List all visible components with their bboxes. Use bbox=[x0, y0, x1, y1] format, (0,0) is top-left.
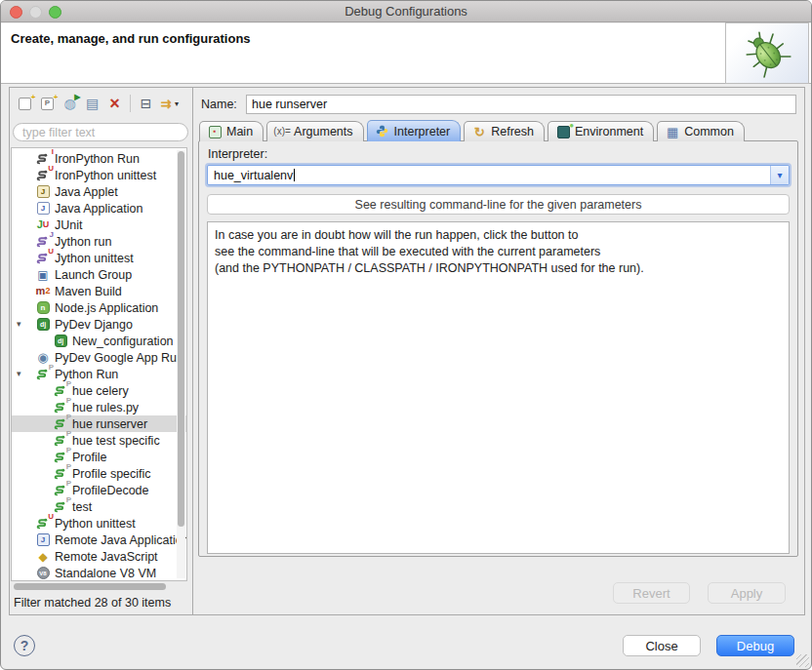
export-configurations-button[interactable]: ◍▶ bbox=[59, 93, 81, 114]
nodejs-icon: n bbox=[35, 300, 51, 315]
duplicate-button[interactable]: ▤ bbox=[81, 93, 103, 114]
tree-item-pydev-django[interactable]: ▾djPyDev Django bbox=[12, 316, 186, 333]
java-applet-icon: J bbox=[35, 184, 51, 199]
new-prototype-button-icon: P+ bbox=[40, 97, 56, 111]
ironpython-unittest-icon: U bbox=[35, 168, 51, 182]
info-text-area[interactable]: In case you are in doubt how will the ru… bbox=[207, 221, 790, 554]
see-command-line-button[interactable]: See resulting command-line for the given… bbox=[207, 194, 790, 215]
scrollbar-thumb[interactable] bbox=[178, 151, 184, 527]
name-input[interactable] bbox=[246, 95, 796, 114]
tab-environment[interactable]: ●Environment bbox=[548, 121, 654, 141]
tree-item-python-unittest[interactable]: UPython unittest bbox=[12, 515, 186, 532]
apply-button[interactable]: Apply bbox=[708, 582, 786, 604]
tree-item-new-configuration[interactable]: djNew_configuration bbox=[12, 333, 186, 349]
filter-button[interactable]: ⇉▾ bbox=[157, 93, 180, 114]
python-run-icon: P bbox=[53, 499, 68, 514]
tree-item-jython-unittest[interactable]: UJython unittest bbox=[12, 250, 186, 266]
help-button[interactable]: ? bbox=[14, 635, 35, 656]
environment-tab-icon: ● bbox=[555, 125, 571, 139]
tab-main[interactable]: ▪Main bbox=[199, 121, 264, 141]
expander-icon[interactable]: ▾ bbox=[17, 366, 21, 382]
tab-interpreter[interactable]: Interpreter bbox=[367, 120, 462, 141]
tree-item-profile[interactable]: PProfile bbox=[12, 449, 186, 465]
tree-item-label: Profile bbox=[72, 451, 106, 464]
close-button[interactable]: Close bbox=[623, 635, 701, 656]
filter-button-icon: ⇉ bbox=[158, 97, 174, 111]
tree-item-hue-celery[interactable]: Phue celery bbox=[12, 382, 186, 399]
tree-item-standalone-v8-vm[interactable]: V8Standalone V8 VM bbox=[12, 565, 186, 581]
tab-label: Arguments bbox=[294, 125, 352, 138]
filter-input[interactable] bbox=[13, 123, 188, 141]
tab-label: Refresh bbox=[491, 125, 534, 138]
tree-item-hue-runserver[interactable]: Phue runserver bbox=[12, 415, 186, 432]
interpreter-combo[interactable]: hue_virtualenv ▾ bbox=[207, 165, 790, 185]
tree-item-label: Jython run bbox=[55, 235, 111, 249]
tab-label: Interpreter bbox=[394, 125, 451, 138]
delete-button-icon: × bbox=[107, 97, 123, 111]
resize-grip[interactable] bbox=[796, 654, 809, 667]
revert-button[interactable]: Revert bbox=[613, 582, 690, 604]
expander-icon[interactable]: ▾ bbox=[17, 316, 21, 333]
configuration-tree[interactable]: IIronPython RunUIronPython unittestJJava… bbox=[11, 147, 187, 581]
tree-item-node-js-application[interactable]: nNode.js Application bbox=[12, 299, 186, 316]
info-text-line: (and the PYTHONPATH / CLASSPATH / IRONPY… bbox=[215, 260, 782, 277]
tree-item-junit[interactable]: JUJUnit bbox=[12, 217, 186, 233]
tree-item-ironpython-unittest[interactable]: UIronPython unittest bbox=[12, 167, 186, 183]
tab-content: Interpreter: hue_virtualenv ▾ See result… bbox=[198, 140, 798, 557]
arguments-tab-icon: (x)= bbox=[274, 125, 290, 139]
tree-item-hue-rules-py[interactable]: Phue rules.py bbox=[12, 399, 186, 415]
tree-item-python-run[interactable]: ▾PPython Run bbox=[12, 366, 186, 382]
tree-item-profiledecode[interactable]: PProfileDecode bbox=[12, 482, 186, 498]
delete-button[interactable]: × bbox=[103, 93, 126, 114]
remote-java-icon: J bbox=[35, 532, 51, 547]
tab-refresh[interactable]: ↻Refresh bbox=[464, 121, 545, 141]
tree-item-label: Jython unittest bbox=[55, 252, 134, 265]
tree-item-maven-build[interactable]: m2Maven Build bbox=[12, 283, 186, 299]
tree-item-launch-group[interactable]: ▣Launch Group bbox=[12, 266, 186, 283]
tree-item-remote-javascript[interactable]: ◆Remote JavaScript bbox=[12, 548, 186, 565]
tree-item-test[interactable]: Ptest bbox=[12, 498, 186, 515]
tree-item-java-application[interactable]: JJava Application bbox=[12, 200, 186, 217]
tree-item-jython-run[interactable]: JJython run bbox=[12, 233, 186, 250]
tree-item-label: Maven Build bbox=[55, 285, 122, 298]
tree-item-label: IronPython unittest bbox=[55, 169, 156, 182]
vertical-scrollbar[interactable] bbox=[177, 150, 185, 578]
new-configuration-button[interactable]: + bbox=[14, 93, 36, 114]
debug-button[interactable]: Debug bbox=[716, 635, 794, 656]
tab-common[interactable]: ▦Common bbox=[657, 121, 745, 141]
tree-item-hue-test-specific[interactable]: Phue test specific bbox=[12, 432, 186, 449]
remote-javascript-icon: ◆ bbox=[35, 549, 51, 564]
tree-item-profile-specific[interactable]: PProfile specific bbox=[12, 465, 186, 482]
tree-item-ironpython-run[interactable]: IIronPython Run bbox=[12, 150, 186, 167]
page-title: Create, manage, and run configurations bbox=[11, 31, 251, 46]
title-bar[interactable]: Debug Configurations bbox=[1, 1, 811, 22]
tree-item-label: Node.js Application bbox=[55, 301, 158, 315]
new-configuration-button-icon: + bbox=[18, 97, 33, 111]
dropdown-caret-icon: ▾ bbox=[175, 99, 179, 108]
tree-item-label: Python unittest bbox=[55, 517, 136, 531]
tree-item-label: hue test specific bbox=[72, 434, 160, 448]
tree-item-label: hue celery bbox=[72, 384, 129, 398]
interpreter-label: Interpreter: bbox=[208, 147, 267, 161]
v8-vm-icon: V8 bbox=[35, 566, 51, 580]
tree-item-label: Java Application bbox=[55, 202, 142, 216]
header-banner: Create, manage, and run configurations bbox=[1, 23, 811, 84]
debug-bug-image bbox=[725, 22, 809, 84]
info-text-line: In case you are in doubt how will the ru… bbox=[215, 227, 782, 244]
export-configurations-button-icon: ◍▶ bbox=[62, 97, 78, 111]
tree-item-java-applet[interactable]: JJava Applet bbox=[12, 183, 186, 200]
jython-unittest-icon: U bbox=[35, 251, 51, 265]
collapse-all-button[interactable]: ⊟ bbox=[135, 93, 157, 114]
tree-item-remote-java-application[interactable]: JRemote Java Application bbox=[12, 532, 186, 548]
tab-arguments[interactable]: (x)=Arguments bbox=[266, 121, 363, 141]
tree-item-label: Java Applet bbox=[55, 185, 118, 199]
combo-dropdown-button[interactable]: ▾ bbox=[770, 166, 789, 184]
collapse-all-button-icon: ⊟ bbox=[139, 97, 154, 111]
new-prototype-button[interactable]: P+ bbox=[36, 93, 59, 114]
tree-item-label: PyDev Django bbox=[55, 318, 133, 332]
interpreter-value: hue_virtualenv bbox=[208, 169, 293, 182]
horizontal-scrollbar[interactable] bbox=[14, 583, 166, 590]
tree-item-pydev-google-app-run[interactable]: ◉PyDev Google App Run bbox=[12, 349, 186, 366]
launch-group-icon: ▣ bbox=[35, 267, 51, 282]
tab-label: Main bbox=[226, 125, 253, 138]
